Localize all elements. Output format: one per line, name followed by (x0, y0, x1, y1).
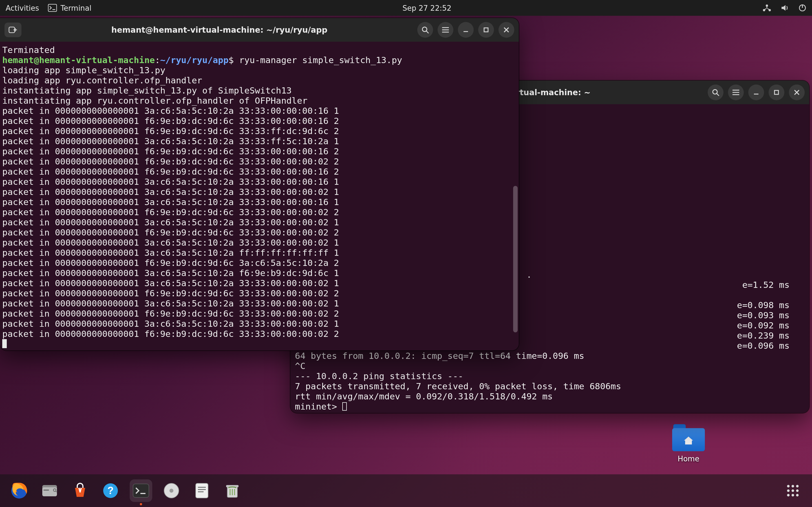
svg-point-9 (422, 27, 427, 32)
svg-rect-10 (484, 28, 488, 32)
svg-point-6 (713, 90, 717, 94)
search-button[interactable] (708, 84, 723, 100)
svg-rect-0 (49, 4, 57, 11)
desktop-home-folder[interactable]: Home (672, 424, 705, 463)
activities-button[interactable]: Activities (6, 4, 39, 12)
minimize-button[interactable] (458, 22, 474, 38)
network-icon[interactable] (762, 4, 771, 12)
svg-rect-18 (133, 484, 149, 497)
dock-files[interactable] (38, 480, 61, 502)
desktop-icon-label: Home (678, 455, 700, 463)
topbar-app-menu[interactable]: Terminal (48, 4, 92, 12)
dock-text-editor[interactable] (191, 480, 213, 502)
svg-rect-22 (196, 483, 208, 498)
text-cursor (2, 339, 7, 348)
close-button[interactable] (789, 84, 805, 100)
desktop: hemant@hemant-virtual-machine: ~ (0, 16, 812, 507)
search-button[interactable] (417, 22, 433, 38)
dock-help[interactable]: ? (99, 480, 122, 502)
maximize-button[interactable] (478, 22, 494, 38)
volume-icon[interactable] (780, 4, 790, 12)
svg-rect-7 (774, 91, 778, 94)
window-title: hemant@hemant-virtual-machine: ~/ryu/ryu… (26, 25, 413, 34)
dock-terminal[interactable] (130, 480, 152, 502)
minimize-button[interactable] (748, 84, 764, 100)
topbar-app-label: Terminal (61, 4, 92, 12)
dock-show-apps[interactable] (781, 480, 804, 502)
folder-icon (672, 424, 705, 451)
grid-icon (786, 484, 800, 497)
topbar-clock[interactable]: Sep 27 22:52 (402, 4, 451, 12)
dock-firefox[interactable] (8, 480, 31, 502)
svg-point-21 (169, 489, 173, 493)
terminal-app-icon (48, 4, 57, 12)
hamburger-menu-button[interactable] (728, 84, 744, 100)
dock-disk[interactable] (160, 480, 183, 502)
power-icon[interactable] (799, 4, 806, 12)
dock: ? (0, 474, 812, 507)
gnome-topbar: Activities Terminal Sep 27 22:52 (0, 0, 812, 16)
titlebar[interactable]: hemant@hemant-virtual-machine: ~/ryu/ryu… (0, 18, 519, 42)
svg-text:?: ? (107, 485, 114, 496)
scrollbar[interactable] (513, 186, 518, 332)
text-cursor (342, 402, 347, 411)
hamburger-menu-button[interactable] (438, 22, 453, 38)
terminal-output[interactable]: Terminated hemant@hemant-virtual-machine… (0, 42, 519, 350)
close-button[interactable] (499, 22, 514, 38)
dock-trash[interactable] (221, 480, 244, 502)
svg-point-1 (766, 4, 768, 7)
svg-rect-14 (43, 490, 49, 491)
maximize-button[interactable] (769, 84, 784, 100)
new-tab-button[interactable] (4, 22, 21, 37)
terminal-window-ryu[interactable]: hemant@hemant-virtual-machine: ~/ryu/ryu… (0, 18, 519, 350)
dock-software[interactable] (69, 480, 91, 502)
